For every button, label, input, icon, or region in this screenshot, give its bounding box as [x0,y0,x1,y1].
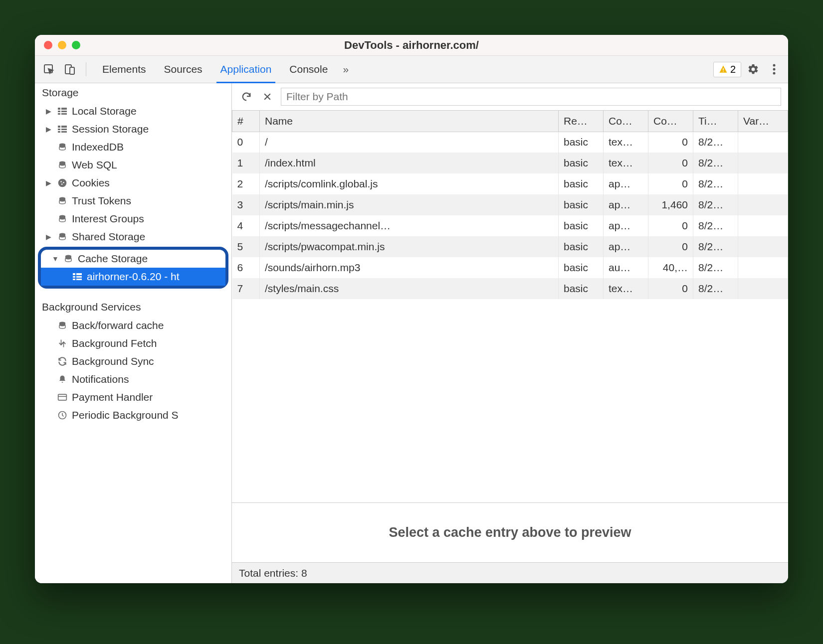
table-row[interactable]: 7 /styles/main.css basic tex… 0 8/2… [232,278,788,299]
transfer-icon [57,338,68,348]
chevron-right-icon: ▶ [46,125,53,133]
sidebar-item-interest-groups[interactable]: Interest Groups [35,210,231,228]
sidebar-item-background-fetch[interactable]: Background Fetch [35,334,231,352]
column-header[interactable]: Co… [604,111,648,132]
warnings-badge[interactable]: 2 [713,62,741,77]
sidebar-item-cache-instance[interactable]: airhorner-0.6.20 - ht [41,268,225,286]
sync-icon [57,356,68,366]
sidebar-item-indexeddb[interactable]: IndexedDB [35,138,231,156]
svg-point-21 [61,183,63,185]
sidebar-item-label: IndexedDB [72,141,124,153]
table-row[interactable]: 5 /scripts/pwacompat.min.js basic ap… 0 … [232,236,788,257]
cache-toolbar [232,83,788,111]
svg-rect-2 [70,67,74,74]
db-icon [57,232,68,241]
application-sidebar: Storage ▶ Local Storage ▶ Session Storag… [35,83,232,583]
tab-sources[interactable]: Sources [155,56,211,83]
column-header[interactable]: Re… [559,111,604,132]
chevron-right-icon: ▶ [46,179,53,187]
sidebar-item-shared-storage[interactable]: ▶ Shared Storage [35,228,231,246]
devtools-window: DevTools - airhorner.com/ Elements Sourc… [35,35,788,583]
titlebar: DevTools - airhorner.com/ [35,35,788,56]
db-icon [57,321,68,330]
sidebar-item-trust-tokens[interactable]: Trust Tokens [35,192,231,210]
minimize-icon[interactable] [58,41,66,49]
storage-heading: Storage [35,83,231,102]
svg-point-7 [773,72,776,75]
sidebar-item-local-storage[interactable]: ▶ Local Storage [35,102,231,120]
sidebar-item-session-storage[interactable]: ▶ Session Storage [35,120,231,138]
svg-point-20 [63,182,64,183]
kebab-menu-icon[interactable] [765,60,783,78]
delete-icon[interactable] [260,89,275,104]
svg-rect-8 [58,108,67,115]
tab-elements[interactable]: Elements [93,56,155,83]
table-row[interactable]: 3 /scripts/main.min.js basic ap… 1,460 8… [232,194,788,215]
column-header[interactable]: Var… [738,111,788,132]
svg-rect-15 [60,126,61,133]
sidebar-item-label: Periodic Background S [72,409,179,421]
sidebar-item-label: Back/forward cache [72,320,164,331]
window-title: DevTools - airhorner.com/ [35,39,788,52]
sidebar-item-payment-handler[interactable]: Payment Handler [35,388,231,406]
column-header[interactable]: Co… [648,111,693,132]
sidebar-item-back-forward-cache[interactable]: Back/forward cache [35,317,231,334]
sidebar-item-label: Session Storage [72,123,149,135]
sidebar-item-notifications[interactable]: Notifications [35,370,231,388]
maximize-icon[interactable] [72,41,80,49]
total-entries-label: Total entries: 8 [239,567,307,579]
tab-application[interactable]: Application [211,56,281,83]
close-icon[interactable] [44,41,52,49]
card-icon [57,393,68,401]
divider [86,62,86,76]
sidebar-item-cache-storage[interactable]: ▼ Cache Storage [41,250,225,268]
db-icon [57,143,68,152]
bell-icon [57,374,68,384]
sidebar-item-label: Interest Groups [72,213,144,225]
cache-storage-highlight: ▼ Cache Storage airhorner-0.6.20 - ht [38,247,228,289]
clock-icon [57,410,68,420]
column-header[interactable]: Name [260,111,559,132]
refresh-icon[interactable] [239,89,254,104]
cache-content: #NameRe…Co…Co…Ti…Var… 0 / basic tex… 0 8… [232,83,788,583]
svg-rect-13 [58,128,67,129]
svg-rect-28 [73,278,82,279]
tab-console[interactable]: Console [280,56,337,83]
svg-rect-10 [58,112,67,113]
svg-rect-14 [58,130,67,131]
traffic-lights [35,41,80,49]
sidebar-item-web-sql[interactable]: Web SQL [35,156,231,174]
settings-icon[interactable] [744,60,762,78]
sidebar-item-periodic-background-s[interactable]: Periodic Background S [35,406,231,424]
sidebar-item-label: Notifications [72,373,129,385]
db-icon [57,196,68,205]
table-row[interactable]: 0 / basic tex… 0 8/2… [232,132,788,153]
sidebar-item-background-sync[interactable]: Background Sync [35,352,231,370]
sidebar-item-label: Cookies [72,177,110,189]
filter-input[interactable] [281,88,781,106]
panel-tabs: Elements Sources Application Console » [93,56,355,83]
table-row[interactable]: 4 /scripts/messagechannel… basic ap… 0 8… [232,215,788,236]
db-icon [57,161,68,169]
device-toggle-icon[interactable] [61,60,79,78]
svg-rect-26 [73,273,82,280]
svg-rect-3 [723,68,724,71]
column-header[interactable]: Ti… [693,111,738,132]
chevron-right-icon: ▶ [46,233,53,241]
warnings-count: 2 [730,64,736,75]
tabs-overflow-icon[interactable]: » [337,56,355,83]
sidebar-item-cookies[interactable]: ▶ Cookies [35,174,231,192]
sidebar-item-label: Payment Handler [72,391,153,403]
column-header[interactable]: # [232,111,260,132]
database-icon [63,254,74,263]
devtools-tabbar: Elements Sources Application Console » 2 [35,56,788,83]
cache-entries-table: #NameRe…Co…Co…Ti…Var… 0 / basic tex… 0 8… [232,111,788,299]
background-services-heading: Background Services [35,298,231,317]
status-bar: Total entries: 8 [232,562,788,583]
table-row[interactable]: 6 /sounds/airhorn.mp3 basic au… 40,… 8/2… [232,257,788,278]
table-row[interactable]: 1 /index.html basic tex… 0 8/2… [232,153,788,173]
inspect-icon[interactable] [40,60,58,78]
table-row[interactable]: 2 /scripts/comlink.global.js basic ap… 0… [232,173,788,194]
chevron-down-icon: ▼ [52,255,59,263]
svg-point-18 [58,179,67,187]
